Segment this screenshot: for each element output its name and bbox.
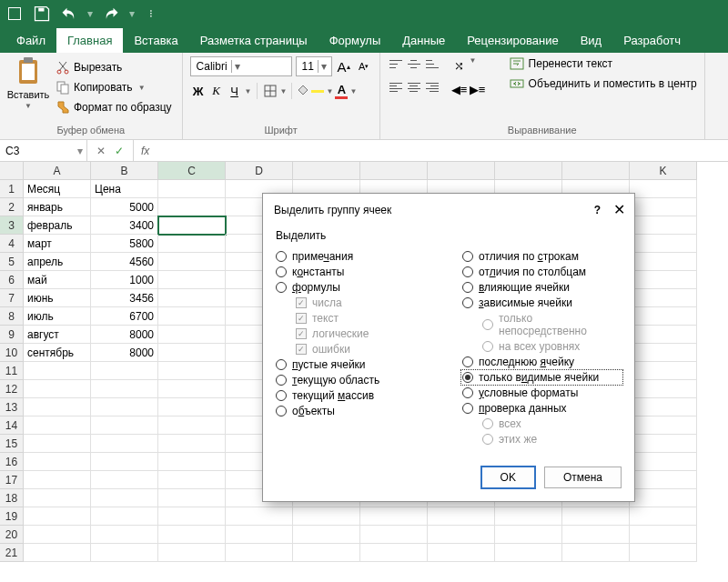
cell[interactable]	[293, 544, 360, 562]
cell[interactable]	[91, 380, 158, 398]
dialog-close-icon[interactable]: ✕	[613, 201, 625, 218]
radio-array[interactable]: текущий массив	[276, 389, 435, 402]
radio-comments[interactable]: примечания	[276, 250, 435, 263]
radio-precedents[interactable]: влияющие ячейки	[462, 281, 622, 294]
fill-color-button[interactable]	[297, 85, 309, 97]
row-header[interactable]: 1	[0, 180, 24, 198]
cell[interactable]	[24, 471, 91, 489]
cell[interactable]	[630, 198, 697, 216]
cell[interactable]	[630, 289, 697, 307]
cell[interactable]: март	[24, 235, 91, 253]
cell[interactable]	[630, 489, 697, 507]
align-bottom-button[interactable]	[424, 56, 440, 71]
row-header[interactable]: 3	[0, 216, 24, 235]
cell[interactable]: июнь	[24, 289, 91, 307]
borders-button[interactable]	[262, 82, 278, 100]
tab-formulas[interactable]: Формулы	[318, 28, 392, 53]
cell[interactable]	[495, 507, 562, 526]
italic-button[interactable]: К	[208, 82, 225, 100]
cell[interactable]	[91, 453, 158, 471]
cell[interactable]	[91, 398, 158, 416]
format-painter-button[interactable]: Формат по образцу	[53, 98, 175, 116]
col-header[interactable]: K	[630, 162, 697, 180]
wrap-text-button[interactable]: Перенести текст	[510, 56, 697, 71]
cell[interactable]	[24, 453, 91, 471]
font-name-combo[interactable]: Calibri▾	[190, 56, 292, 76]
cell[interactable]	[360, 507, 428, 526]
cell[interactable]	[158, 453, 226, 471]
tab-view[interactable]: Вид	[570, 28, 613, 53]
tab-home[interactable]: Главная	[56, 28, 123, 53]
cell[interactable]	[158, 307, 226, 326]
tab-review[interactable]: Рецензирование	[456, 28, 569, 53]
align-center-button[interactable]	[406, 80, 422, 95]
radio-visible[interactable]: только видимые ячейки	[462, 371, 622, 384]
font-color-button[interactable]: А	[335, 83, 348, 99]
merge-center-button[interactable]: Объединить и поместить в центр	[510, 76, 697, 91]
cell[interactable]: 8000	[91, 344, 158, 362]
col-header[interactable]	[495, 162, 562, 180]
row-header[interactable]: 19	[0, 507, 24, 526]
radio-row_diff[interactable]: отличия по строкам	[462, 250, 622, 263]
cell[interactable]	[158, 489, 226, 507]
cell[interactable]: февраль	[24, 216, 91, 235]
row-header[interactable]: 21	[0, 544, 24, 562]
cell[interactable]	[630, 271, 697, 289]
increase-indent-button[interactable]: ▶≡	[470, 80, 486, 98]
radio-objects[interactable]: объекты	[276, 405, 435, 417]
cell[interactable]	[24, 507, 91, 526]
cell[interactable]	[158, 435, 226, 453]
cell[interactable]	[24, 362, 91, 380]
cell[interactable]	[158, 544, 226, 562]
radio-last[interactable]: последнюю ячейку	[462, 356, 622, 368]
row-header[interactable]: 11	[0, 362, 24, 380]
cell[interactable]	[226, 544, 293, 562]
cell[interactable]	[24, 380, 91, 398]
row-header[interactable]: 18	[0, 489, 24, 507]
enter-formula-icon[interactable]: ✓	[115, 145, 124, 157]
radio-col_diff[interactable]: отличия по столбцам	[462, 266, 622, 278]
paste-button[interactable]: Вставить ▼	[7, 56, 49, 110]
row-header[interactable]: 9	[0, 326, 24, 344]
shrink-font-button[interactable]: A▾	[356, 57, 372, 75]
cell[interactable]	[158, 507, 226, 526]
cell[interactable]	[158, 326, 226, 344]
cell[interactable]: 6700	[91, 307, 158, 326]
fx-icon[interactable]: fx	[134, 145, 157, 157]
cell[interactable]	[24, 435, 91, 453]
row-header[interactable]: 4	[0, 235, 24, 253]
row-header[interactable]: 15	[0, 435, 24, 453]
col-header[interactable]: B	[91, 162, 158, 180]
cell[interactable]: апрель	[24, 253, 91, 271]
cancel-formula-icon[interactable]: ✕	[96, 145, 106, 157]
save-icon[interactable]	[33, 5, 51, 23]
cell[interactable]: июль	[24, 307, 91, 326]
grow-font-button[interactable]: A▴	[336, 57, 352, 75]
cell[interactable]	[630, 235, 697, 253]
tab-layout[interactable]: Разметка страницы	[189, 28, 318, 53]
row-header[interactable]: 12	[0, 380, 24, 398]
cell[interactable]: 5000	[91, 198, 158, 216]
bold-button[interactable]: Ж	[190, 82, 207, 100]
tab-developer[interactable]: Разработч	[612, 28, 692, 53]
cell[interactable]	[293, 507, 360, 526]
row-header[interactable]: 2	[0, 198, 24, 216]
cell[interactable]: 3400	[91, 216, 158, 235]
row-header[interactable]: 14	[0, 416, 24, 435]
row-header[interactable]: 8	[0, 307, 24, 326]
row-header[interactable]: 17	[0, 471, 24, 489]
cell[interactable]	[226, 526, 293, 544]
cell[interactable]	[630, 307, 697, 326]
cell[interactable]	[630, 507, 697, 526]
cell[interactable]: январь	[24, 198, 91, 216]
cell[interactable]	[91, 544, 158, 562]
cell[interactable]	[158, 180, 226, 198]
cell[interactable]	[495, 526, 562, 544]
cell[interactable]: август	[24, 326, 91, 344]
cell[interactable]: 4560	[91, 253, 158, 271]
cut-button[interactable]: Вырезать	[53, 58, 175, 76]
cell[interactable]	[91, 362, 158, 380]
orientation-button[interactable]: ⤭	[451, 56, 468, 75]
col-header[interactable]: C	[158, 162, 226, 180]
cell[interactable]	[91, 471, 158, 489]
